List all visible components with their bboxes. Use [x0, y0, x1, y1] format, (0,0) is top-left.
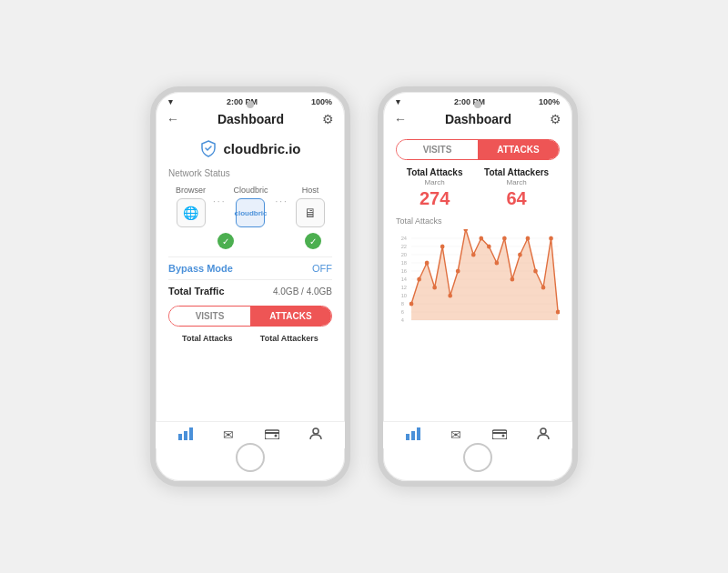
nav-profile-2[interactable]	[537, 427, 550, 443]
stat-attackers-col: Total Attackers	[260, 334, 318, 343]
check-host: ✓	[305, 233, 321, 249]
stats-grid: Total Attacks March 274 Total Attackers …	[396, 167, 560, 209]
chart-label: Total Attacks	[396, 216, 560, 226]
attacks-chart: 24 22 20 18 16 14 12 10 8 6 4	[396, 229, 560, 329]
svg-rect-54	[492, 432, 507, 434]
phone-2: ▾ 2:00 PM 100% ← Dashboard ⚙ VISITS ATTA…	[378, 86, 578, 487]
header-title-2: Dashboard	[445, 112, 511, 126]
svg-point-41	[494, 261, 499, 266]
gear-button-1[interactable]: ⚙	[322, 112, 334, 126]
bypass-mode-label[interactable]: Bypass Mode	[168, 263, 233, 274]
phone-1: ▾ 2:00 PM 100% ← Dashboard ⚙ cloudbric.i…	[150, 86, 350, 487]
svg-point-34	[440, 245, 445, 249]
svg-point-6	[313, 428, 318, 434]
tab-attacks-2[interactable]: ATTACKS	[478, 140, 559, 159]
svg-point-35	[448, 294, 452, 298]
bottom-nav-1: ✉	[156, 421, 345, 448]
svg-point-45	[526, 236, 531, 241]
svg-text:24: 24	[401, 236, 408, 241]
tab-visits-1[interactable]: VISITS	[169, 307, 250, 326]
bypass-row: Bypass Mode OFF	[168, 256, 332, 274]
svg-rect-4	[265, 432, 279, 434]
battery-1: 100%	[311, 97, 332, 106]
brand-row: cloudbric.io	[168, 139, 332, 157]
cloudbric-label: Cloudbric	[233, 186, 268, 195]
total-attackers-value: 64	[484, 188, 549, 209]
bypass-mode-value[interactable]: OFF	[312, 263, 332, 274]
stat-attacks-title: Total Attacks	[182, 334, 233, 343]
total-attacks-sub: March	[407, 178, 463, 186]
svg-text:10: 10	[401, 293, 408, 298]
time-1: 2:00 PM	[227, 97, 258, 106]
cloudbric-node: Cloudbric cloudbric	[233, 186, 268, 227]
stat-attacks-col: Total Attacks	[182, 334, 233, 343]
traffic-row: Total Traffic 4.0GB / 4.0GB	[168, 279, 332, 297]
nav-mail-2[interactable]: ✉	[450, 427, 461, 443]
svg-text:6: 6	[401, 309, 404, 315]
svg-point-37	[463, 229, 468, 232]
wifi-icon: ▾	[168, 97, 173, 106]
shield-icon	[199, 139, 217, 157]
svg-point-46	[533, 269, 538, 274]
header-title-1: Dashboard	[217, 112, 284, 126]
tab-toggle-1: VISITS ATTACKS	[168, 306, 332, 327]
svg-point-39	[479, 236, 483, 241]
battery-2: 100%	[539, 97, 560, 106]
bottom-nav-2: ✉	[383, 421, 572, 448]
network-status-label: Network Status	[168, 168, 332, 178]
nav-dashboard-2[interactable]	[406, 427, 420, 443]
svg-point-44	[518, 253, 522, 257]
total-attackers-stat: Total Attackers March 64	[484, 167, 549, 209]
svg-point-55	[501, 435, 504, 437]
nav-wallet-2[interactable]	[492, 427, 507, 443]
svg-text:8: 8	[401, 301, 404, 307]
svg-point-43	[511, 277, 515, 282]
svg-rect-50	[406, 434, 410, 440]
svg-point-47	[541, 286, 546, 290]
traffic-label: Total Traffic	[168, 286, 225, 297]
svg-text:18: 18	[401, 260, 407, 266]
dots-1: ···	[213, 196, 226, 206]
app-header-2: ← Dashboard ⚙	[383, 108, 572, 132]
gear-button-2[interactable]: ⚙	[550, 112, 561, 126]
nav-profile-1[interactable]	[309, 427, 322, 443]
browser-label: Browser	[176, 186, 206, 195]
network-diagram: Browser 🌐 ··· Cloudbric cloudbric ··· Ho…	[168, 186, 332, 227]
svg-point-42	[502, 236, 507, 241]
svg-text:14: 14	[401, 276, 408, 282]
total-attacks-stat: Total Attacks March 274	[407, 167, 463, 209]
svg-point-33	[432, 286, 437, 290]
nav-mail-1[interactable]: ✉	[223, 427, 234, 443]
svg-rect-0	[178, 434, 182, 440]
nav-wallet-1[interactable]	[265, 427, 279, 443]
svg-point-56	[541, 428, 546, 434]
browser-node: Browser 🌐	[176, 186, 206, 227]
svg-text:22: 22	[401, 244, 407, 249]
total-attacks-title: Total Attacks	[407, 167, 463, 178]
app-header-1: ← Dashboard ⚙	[156, 108, 345, 132]
svg-point-31	[417, 277, 421, 282]
svg-rect-51	[411, 431, 415, 440]
status-bar-1: ▾ 2:00 PM 100%	[156, 92, 345, 108]
tab-attacks-1[interactable]: ATTACKS	[250, 307, 331, 326]
host-icon: 🖥	[296, 198, 325, 227]
check-cloudbric: ✓	[217, 233, 234, 249]
traffic-value: 4.0GB / 4.0GB	[273, 286, 332, 297]
partial-stats: Total Attacks Total Attackers	[168, 334, 332, 343]
total-attackers-title: Total Attackers	[484, 167, 549, 178]
nav-dashboard-1[interactable]	[178, 427, 193, 443]
total-attacks-value: 274	[407, 188, 463, 209]
tab-visits-2[interactable]: VISITS	[397, 140, 478, 159]
svg-rect-3	[265, 430, 279, 439]
browser-icon: 🌐	[177, 198, 206, 227]
svg-rect-2	[189, 427, 193, 440]
back-button-1[interactable]: ←	[167, 112, 179, 126]
status-bar-2: ▾ 2:00 PM 100%	[383, 92, 572, 108]
svg-point-32	[425, 261, 430, 266]
svg-text:16: 16	[401, 268, 407, 274]
svg-point-38	[471, 253, 476, 257]
back-button-2[interactable]: ←	[394, 112, 407, 126]
tab-toggle-2: VISITS ATTACKS	[396, 139, 560, 160]
svg-point-30	[410, 302, 414, 307]
svg-point-48	[549, 236, 553, 241]
